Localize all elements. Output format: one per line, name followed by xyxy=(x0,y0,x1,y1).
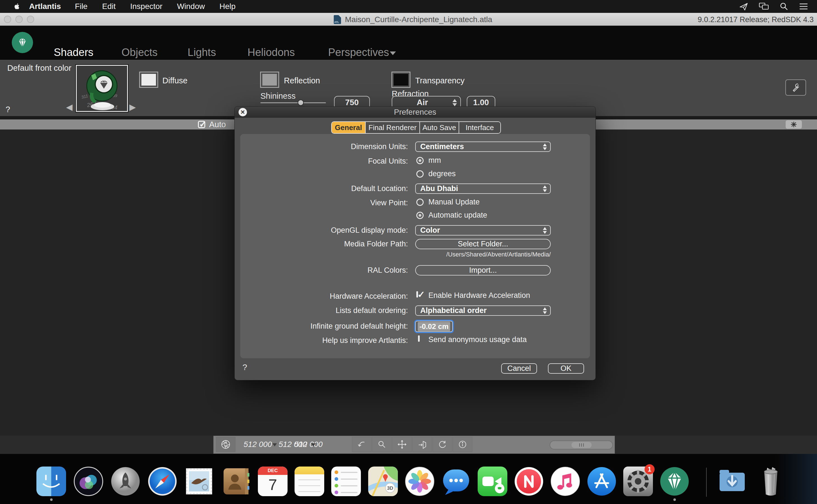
ok-button[interactable]: OK xyxy=(548,363,584,374)
dialog-close-button[interactable] xyxy=(239,108,247,116)
focal-degrees-radio[interactable] xyxy=(416,170,424,178)
dock-system-preferences[interactable]: 1 xyxy=(623,467,653,496)
spotlight-search-icon[interactable] xyxy=(780,2,788,11)
auto-checkbox[interactable] xyxy=(198,121,205,128)
coordinate-z-value[interactable]: 512 000 xyxy=(294,440,323,449)
default-location-label: Default Location: xyxy=(235,184,408,193)
zoom-tool-button[interactable] xyxy=(372,437,392,452)
coordinate-dropdown-icon[interactable] xyxy=(273,443,277,446)
help-button[interactable]: ? xyxy=(6,105,10,114)
tab-final-renderer[interactable]: Final Renderer xyxy=(365,122,419,133)
window-close-button[interactable] xyxy=(4,16,11,23)
dimension-units-select[interactable]: Centimeters xyxy=(415,142,551,152)
view-auto-radio[interactable] xyxy=(416,212,424,219)
dock-launchpad[interactable] xyxy=(111,467,140,496)
prev-shader-arrow-icon[interactable]: ◀ xyxy=(66,102,72,112)
dock-downloads[interactable] xyxy=(717,467,747,496)
focal-mm-radio[interactable] xyxy=(416,157,424,164)
tools-button[interactable] xyxy=(785,79,806,96)
info-button[interactable] xyxy=(453,437,472,452)
tab-shaders[interactable]: Shaders xyxy=(54,46,93,58)
projection-button[interactable] xyxy=(412,437,432,452)
document-badge: ATL xyxy=(334,21,339,23)
dock-photos[interactable] xyxy=(405,467,435,496)
window-zoom-button[interactable] xyxy=(27,16,34,23)
dock-calendar[interactable]: DEC 7 xyxy=(258,467,288,496)
scrollbar-thumb[interactable] xyxy=(571,442,591,448)
improve-label: Help us improve Artlantis: xyxy=(235,336,408,345)
dock-finder[interactable] xyxy=(36,467,66,496)
tab-auto-save[interactable]: Auto Save xyxy=(419,122,459,133)
running-indicator xyxy=(673,498,676,501)
hardware-acceleration-checkbox[interactable] xyxy=(416,291,418,298)
menu-inspector[interactable]: Inspector xyxy=(130,2,162,11)
dialog-help-button[interactable]: ? xyxy=(243,362,247,372)
dock-siri[interactable] xyxy=(74,467,103,496)
menu-window[interactable]: Window xyxy=(177,2,205,11)
tab-general[interactable]: General xyxy=(332,122,365,133)
shininess-slider-thumb[interactable] xyxy=(298,100,304,106)
dialog-titlebar[interactable]: Preferences xyxy=(235,107,595,118)
perspectives-caret-icon[interactable] xyxy=(390,51,396,55)
shininess-slider[interactable] xyxy=(261,102,326,103)
media-folder-path: /Users/Shared/Abvent/Artlantis/Media/ xyxy=(415,251,551,258)
window-titlebar[interactable]: ATL Maison_Curtille-Archipente_Lignatech… xyxy=(0,13,817,26)
default-location-select[interactable]: Abu Dhabi xyxy=(415,183,551,194)
ground-height-field[interactable]: -0.02 cm xyxy=(415,321,453,332)
safari-icon xyxy=(147,467,177,496)
menu-list-icon[interactable] xyxy=(799,3,808,10)
cancel-button[interactable]: Cancel xyxy=(501,363,537,374)
reflection-swatch[interactable] xyxy=(260,72,279,88)
render-aperture-button[interactable] xyxy=(216,437,236,452)
launchpad-icon xyxy=(111,467,140,496)
opengl-select[interactable]: Color xyxy=(415,225,551,235)
dock-safari[interactable] xyxy=(147,467,177,496)
view-manual-radio[interactable] xyxy=(416,199,424,206)
cancel-label: Cancel xyxy=(507,364,531,373)
menu-artlantis[interactable]: Artlantis xyxy=(29,2,61,11)
pan-tool-button[interactable] xyxy=(392,437,412,452)
dock-app-store[interactable] xyxy=(587,467,617,496)
dock-contacts[interactable] xyxy=(221,467,251,496)
undo-button[interactable] xyxy=(352,437,372,452)
tab-heliodons[interactable]: Heliodons xyxy=(248,46,295,58)
share-plane-icon[interactable] xyxy=(739,2,748,11)
coordinate-dropdown-icon-2[interactable] xyxy=(311,443,316,446)
lists-ordering-label: Lists default ordering: xyxy=(235,306,408,315)
dock-facetime[interactable] xyxy=(478,467,507,496)
tab-perspectives[interactable]: Perspectives xyxy=(328,46,389,58)
horizontal-scrollbar[interactable] xyxy=(549,441,613,449)
usage-data-checkbox[interactable] xyxy=(418,335,420,342)
preferences-dialog: Preferences General Final Renderer Auto … xyxy=(235,107,595,380)
refresh-button[interactable] xyxy=(433,437,452,452)
diffuse-swatch[interactable] xyxy=(139,72,158,88)
dock-news[interactable] xyxy=(514,467,544,496)
next-shader-arrow-icon[interactable]: ▶ xyxy=(129,102,136,112)
coordinate-x-value[interactable]: 512 000 xyxy=(244,440,272,449)
tab-objects[interactable]: Objects xyxy=(121,46,158,58)
dock-maps[interactable]: 3D xyxy=(368,467,398,496)
lists-ordering-select[interactable]: Alphabetical order xyxy=(415,305,551,316)
dock-artlantis[interactable] xyxy=(660,467,689,496)
menu-help[interactable]: Help xyxy=(220,2,236,11)
import-button[interactable]: Import... xyxy=(415,265,551,275)
menu-file[interactable]: File xyxy=(75,2,88,11)
dock-notes[interactable] xyxy=(295,467,324,496)
menu-edit[interactable]: Edit xyxy=(102,2,116,11)
dock-mail[interactable] xyxy=(184,467,214,496)
tab-interface[interactable]: Interface xyxy=(459,122,500,133)
select-folder-button[interactable]: Select Folder... xyxy=(415,239,551,249)
status-strip: 512 000 512 000 512 000 xyxy=(0,435,817,454)
displays-icon[interactable] xyxy=(759,2,769,11)
dock-trash[interactable] xyxy=(756,467,786,496)
dock-music[interactable] xyxy=(550,467,580,496)
tab-lights[interactable]: Lights xyxy=(187,46,216,58)
shader-preview-thumbnail[interactable]: 311 262 264 d9 xyxy=(76,65,128,112)
apple-menu[interactable] xyxy=(13,2,21,12)
window-minimize-button[interactable] xyxy=(15,16,23,23)
dock-messages[interactable] xyxy=(441,467,471,496)
transparency-swatch[interactable] xyxy=(391,72,410,88)
focal-units-label: Focal Units: xyxy=(235,157,408,166)
preview-quality-button[interactable] xyxy=(786,120,802,129)
dock-reminders[interactable] xyxy=(331,467,361,496)
